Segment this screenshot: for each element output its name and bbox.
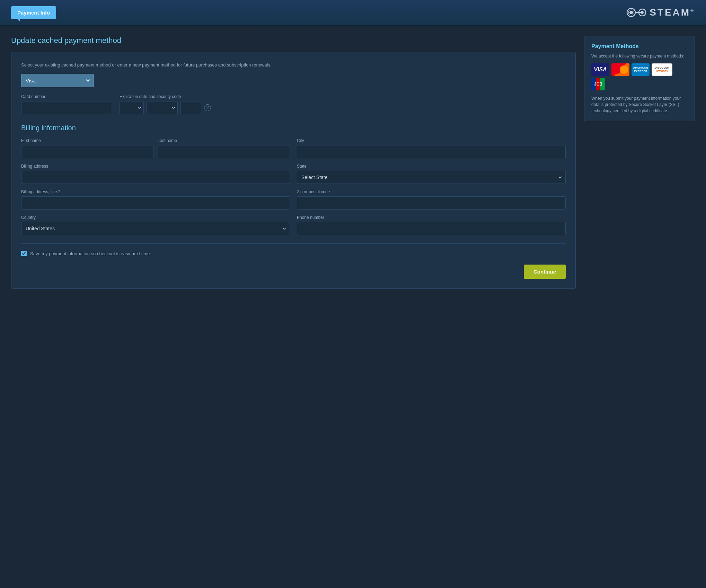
zip-input[interactable] [297,196,566,210]
last-name-group: Last name [158,138,290,158]
billing-address2-field: Billing address, line 2 [21,189,290,210]
card-number-group: Card number [21,94,111,114]
svg-point-5 [641,11,644,14]
billing-address-input[interactable] [21,171,290,184]
zip-group: Zip or postal code [297,189,566,210]
amex-logo: AMERICANEXPRESS [632,63,650,76]
state-field: State Select State AlabamaAlaskaArizona … [297,164,566,184]
steam-logo: STEAM® [626,6,695,19]
badge-label: Payment Info [17,10,50,16]
continue-button[interactable]: Continue [524,265,566,279]
payment-info-badge: Payment Info [11,6,56,19]
payment-methods-title: Payment Methods [591,43,688,50]
card-number-label: Card number [21,94,111,99]
phone-input[interactable] [297,222,566,235]
state-select[interactable]: Select State AlabamaAlaskaArizona Arkans… [297,171,566,184]
payment-method-select[interactable]: Visa MasterCard American Express Discove… [21,74,94,87]
discover-logo: DISCOVERNETWORK [652,63,672,76]
city-input[interactable] [297,145,566,158]
card-number-input[interactable] [21,101,111,114]
expiry-month-select[interactable]: -- 010203 040506 070809 101112 [120,101,144,114]
visa-logo: VISA [591,63,609,76]
steam-logo-text: STEAM® [650,7,695,18]
phone-label: Phone number [297,215,566,220]
state-group: State Select State AlabamaAlaskaArizona … [297,164,566,184]
state-label: State [297,164,566,169]
country-select[interactable]: United States Canada United Kingdom Germ… [21,222,290,235]
payment-methods-subtitle: We accept the following secure payment m… [591,54,688,59]
country-field: Country United States Canada United King… [21,215,290,235]
form-container: Select your existing cached payment meth… [11,52,576,289]
zip-field: Zip or postal code [297,189,566,210]
cvv-help-icon[interactable]: ? [204,104,211,111]
name-fields: First name Last name [21,138,290,158]
continue-row: Continue [21,265,566,279]
billing-section-title: Billing information [21,124,566,132]
expiry-security-row: -- 010203 040506 070809 101112 ---- 2024… [120,101,211,114]
expiry-label: Expiration date and security code [120,94,211,99]
billing-address2-input[interactable] [21,196,290,210]
billing-address2-label: Billing address, line 2 [21,189,290,194]
billing-address-field: Billing address [21,164,290,184]
mastercard-logo [611,63,629,76]
jcb-logo: JCB [591,78,605,90]
expiry-year-select[interactable]: ---- 202420252026 202720282029 2030 [147,101,178,114]
card-fields-row: Card number Expiration date and security… [21,94,566,114]
payment-methods-box: Payment Methods We accept the following … [584,36,695,121]
country-group: Country United States Canada United King… [21,215,290,235]
city-field: City [297,138,566,158]
steam-logo-icon [626,6,647,19]
save-payment-checkbox[interactable] [21,251,27,256]
country-label: Country [21,215,290,220]
right-panel: Payment Methods We accept the following … [584,36,695,121]
card-logos: VISA AMERICANEXPRESS DISCOVERNETWORK JCB [591,63,688,90]
security-text: When you submit your payment information… [591,95,688,114]
zip-label: Zip or postal code [297,189,566,194]
country-phone-row: Country United States Canada United King… [21,215,566,235]
last-name-label: Last name [158,138,290,143]
phone-group: Phone number [297,215,566,235]
name-city-row: First name Last name City [21,138,566,158]
save-payment-row: Save my payment information so checkout … [21,243,566,256]
page-title: Update cached payment method [11,36,576,45]
first-name-input[interactable] [21,145,153,158]
left-panel: Update cached payment method Select your… [11,36,576,289]
last-name-input[interactable] [158,145,290,158]
name-row: First name Last name [21,138,290,158]
billing-address2-group: Billing address, line 2 [21,189,290,210]
billing-address-label: Billing address [21,164,290,169]
address-state-row: Billing address State Select State Alaba… [21,164,566,184]
first-name-label: First name [21,138,153,143]
first-name-group: First name [21,138,153,158]
header: Payment Info STEAM® [0,0,706,26]
cvv-input[interactable] [180,101,201,114]
form-description: Select your existing cached payment meth… [21,62,566,68]
city-group: City [297,138,566,158]
phone-field: Phone number [297,215,566,235]
save-payment-label: Save my payment information so checkout … [30,251,150,256]
svg-point-1 [629,11,633,14]
main-layout: Update cached payment method Select your… [0,26,706,299]
billing-address-group: Billing address [21,164,290,184]
city-label: City [297,138,566,143]
expiry-cvv-group: Expiration date and security code -- 010… [120,94,211,114]
address2-zip-row: Billing address, line 2 Zip or postal co… [21,189,566,210]
